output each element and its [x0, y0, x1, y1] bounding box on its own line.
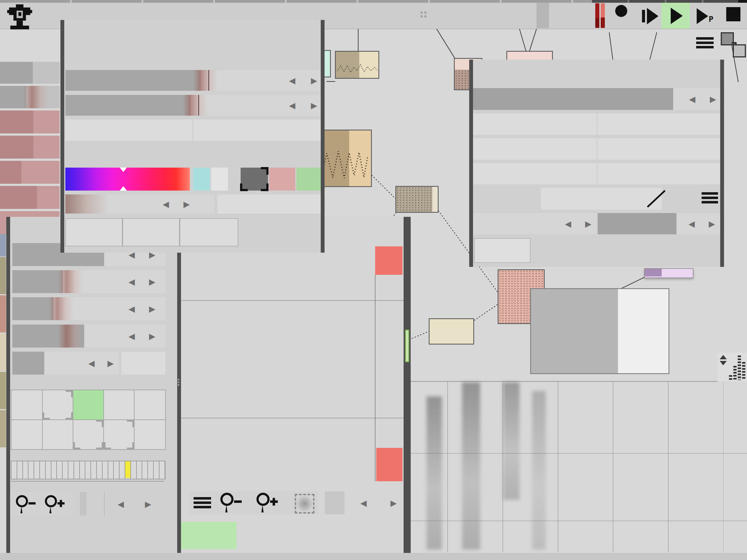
keyboard-zoom-in-icon[interactable]	[42, 495, 71, 514]
module-reverb2-1c[interactable]	[429, 318, 474, 345]
controller-row-mode[interactable]	[0, 186, 60, 209]
sustain-button[interactable]	[121, 352, 165, 375]
midi-menu-icon[interactable]	[702, 192, 718, 203]
sample-slot-10[interactable]	[73, 420, 104, 449]
dry-inc-icon[interactable]: ▶	[710, 94, 716, 104]
layer-option-7[interactable]	[193, 168, 210, 190]
multisample-finetune-slider[interactable]: ◀ ▶	[12, 297, 165, 320]
modprops-close-button[interactable]	[66, 218, 123, 246]
modprops-delete-button[interactable]	[123, 218, 180, 246]
dry-dec-icon[interactable]: ◀	[689, 94, 695, 104]
relative-note-slider[interactable]: ◀ ▶	[66, 95, 321, 116]
randomize-all-button[interactable]	[598, 163, 720, 184]
eq-panel[interactable]	[718, 353, 747, 382]
layer-option-1-selected[interactable]	[241, 168, 268, 190]
loop-start-marker[interactable]	[375, 246, 403, 275]
reset-all-button[interactable]	[598, 138, 720, 160]
sample-slot-3[interactable]	[104, 390, 134, 420]
randomize-button[interactable]	[473, 163, 597, 184]
controller-row-attack[interactable]	[0, 110, 60, 133]
modules-view-icon[interactable]	[721, 32, 746, 57]
color-picker[interactable]	[66, 168, 190, 190]
relnote-dec-icon[interactable]: ◀	[129, 331, 135, 341]
controller-row-release[interactable]	[0, 136, 60, 159]
keyboard-scroll-left-icon[interactable]: ◀	[118, 499, 124, 509]
ctrlprops-left-edge[interactable]	[469, 59, 473, 267]
sample-slot-12[interactable]	[134, 420, 165, 449]
finetune-dec2-icon[interactable]: ◀	[289, 76, 295, 85]
sample-slot-8[interactable]	[11, 420, 43, 449]
relnote-inc-icon[interactable]: ▶	[149, 331, 155, 341]
module-list-strip[interactable]	[0, 234, 6, 453]
sample-editor-right-edge[interactable]	[404, 217, 411, 560]
modprops-info-button[interactable]	[180, 218, 238, 246]
sample-slot-2-selected[interactable]	[73, 390, 104, 420]
multisample-edge-handle[interactable]	[178, 379, 181, 386]
ctrlprops-close-button[interactable]	[474, 238, 531, 263]
multisample-right-edge[interactable]	[177, 217, 181, 560]
panning-dec-icon[interactable]: ◀	[129, 277, 135, 286]
zoom-out-icon[interactable]	[218, 492, 248, 513]
modprops-right-edge[interactable]	[321, 20, 325, 253]
midi-assign-cell[interactable]	[541, 188, 662, 210]
relnote-dec2-icon[interactable]: ◀	[289, 101, 295, 110]
editor-scrollbar-thumb[interactable]	[325, 491, 344, 514]
multisample-left-edge[interactable]	[6, 217, 10, 560]
loop-inc-icon[interactable]: ▶	[107, 358, 114, 368]
min-dec-icon[interactable]: ◀	[565, 219, 571, 229]
zoom-in-icon[interactable]	[254, 492, 284, 513]
value-cell[interactable]	[473, 113, 597, 135]
tab-envelopes[interactable]	[241, 522, 404, 549]
module-reverb2-0d[interactable]	[335, 51, 379, 79]
min-slider[interactable]: ◀ ▶	[473, 213, 597, 234]
midi-in-cell[interactable]	[66, 120, 192, 141]
dry-slider[interactable]: ◀ ▶	[473, 88, 720, 110]
sample-slot-0[interactable]	[11, 390, 43, 420]
finetune-inc-icon[interactable]: ▶	[149, 304, 155, 314]
layer-option-8[interactable]	[211, 168, 228, 190]
module-output[interactable]	[530, 288, 669, 374]
visualizer-button[interactable]	[217, 195, 321, 213]
layer-option-3[interactable]	[297, 168, 321, 190]
active-notes-grid[interactable]	[11, 461, 165, 479]
scale-dec-icon[interactable]: ◀	[163, 199, 169, 209]
selection-tool-icon[interactable]	[295, 494, 314, 513]
editor-scroll-right-icon[interactable]: ▶	[390, 498, 397, 508]
loop-marker-line[interactable]	[375, 275, 376, 481]
relnote-inc2-icon[interactable]: ▶	[311, 101, 317, 110]
keyboard-scroll-right-icon[interactable]: ▶	[145, 499, 151, 509]
scale-slider[interactable]: ◀ ▶	[66, 195, 214, 213]
eq-down-arrow-icon[interactable]	[720, 361, 727, 365]
write-to-pattern-button[interactable]	[598, 113, 720, 135]
loop-dec-icon[interactable]: ◀	[88, 358, 95, 368]
sample-slot-9[interactable]	[43, 420, 73, 449]
module-green-sliver[interactable]	[405, 330, 409, 362]
finetune-dec-icon[interactable]: ◀	[129, 304, 135, 314]
loop-end-marker[interactable]	[376, 448, 403, 481]
module-reverb2-16[interactable]	[395, 186, 439, 213]
midi-out-cell[interactable]	[194, 120, 321, 141]
max-dec-icon[interactable]: ◀	[689, 219, 695, 229]
midi-curve-icon[interactable]	[645, 189, 667, 209]
max-inc-icon[interactable]: ▶	[709, 219, 715, 229]
reset-button[interactable]	[473, 138, 597, 160]
editor-menu-icon[interactable]	[194, 497, 211, 508]
controller-row-volume[interactable]	[0, 62, 60, 84]
keyboard-scrollbar-thumb[interactable]	[80, 492, 86, 516]
sample-slot-1[interactable]	[43, 390, 73, 420]
scale-inc-icon[interactable]: ▶	[183, 199, 190, 209]
eq-up-arrow-icon[interactable]	[720, 355, 727, 359]
main-menu-icon[interactable]	[696, 37, 714, 48]
max-slider[interactable]: ◀ ▶	[598, 213, 720, 234]
modprops-left-edge[interactable]	[60, 20, 64, 253]
multisample-loop-slider[interactable]: ◀ ▶	[12, 352, 119, 375]
layer-option-2[interactable]	[269, 168, 295, 190]
sample-slot-4[interactable]	[134, 390, 165, 420]
module-xi[interactable]	[318, 130, 372, 187]
keyboard-zoom-out-icon[interactable]	[14, 495, 42, 514]
sample-waveform[interactable]	[181, 253, 404, 491]
ctrlprops-right-edge[interactable]	[720, 59, 724, 267]
multisample-panning-slider[interactable]: ◀ ▶	[12, 270, 165, 293]
finetune-inc2-icon[interactable]: ▶	[311, 76, 317, 85]
finetune-slider[interactable]: ◀ ▶	[66, 70, 321, 91]
